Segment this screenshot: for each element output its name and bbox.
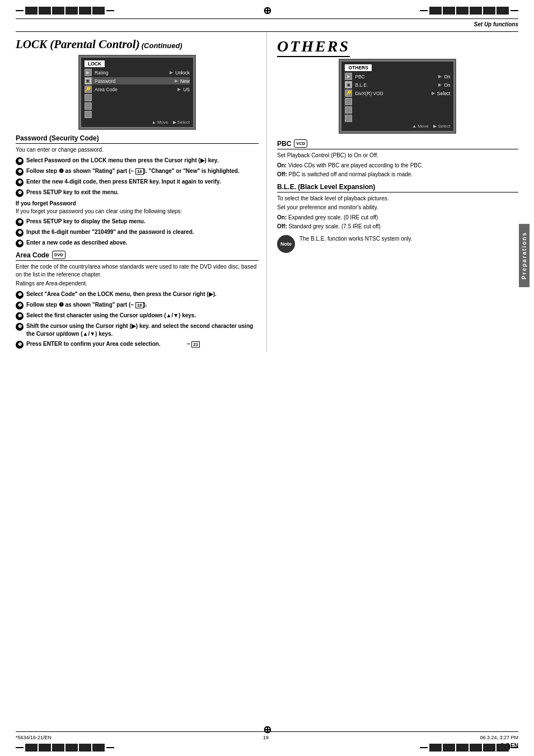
if-forget-section: If you forget Password If you forget you… [16, 200, 259, 247]
mark-sq [456, 7, 469, 15]
lock-arrow-areacode: ▶ [177, 87, 181, 92]
forget-step-3-text: Enter a new code as described above. [26, 239, 128, 247]
corner-mark-right [420, 10, 428, 11]
password-step-4-text: Press SETUP key to exit the menu. [26, 189, 119, 196]
top-marks-bar: ⊕ [0, 0, 534, 17]
area-num-3: ❸ [16, 312, 24, 320]
lock-screenshot-inner: LOCK ▶ Rating ▶ Unlock ▣ Password ▶ Ne [81, 58, 193, 127]
step-num-1: ❶ [16, 157, 24, 165]
area-num-1: ❶ [16, 291, 24, 299]
others-icon-6 [345, 115, 352, 122]
lock-row-password: ▣ Password ▶ New [85, 77, 190, 84]
others-row-divx: 🔑 DivX(R) VOD ▶ Select [345, 90, 450, 97]
others-icon-2: ▣ [345, 81, 352, 88]
area-num-2: ❷ [16, 302, 24, 309]
password-heading: Password (Security Code) [16, 134, 259, 144]
main-content: LOCK (Parental Control) (Continued) LOCK… [16, 32, 518, 352]
lock-label-password: Password [95, 78, 175, 84]
others-row-pbc: ▶ PBC ▶ On [345, 73, 450, 80]
pbc-title: PBC [277, 140, 291, 148]
area-code-badge: DVD [52, 251, 65, 259]
others-arrow-divx: ▶ [432, 91, 435, 96]
bml-sq [25, 744, 38, 752]
bml-sq [52, 744, 64, 752]
left-title-area: LOCK (Parental Control) (Continued) [16, 37, 259, 51]
ble-off: Off: Standard grey scale. (7.5 IRE cut o… [277, 223, 518, 231]
area-step-2-text: Follow step ❷ as shown "Rating" part (– … [26, 301, 147, 309]
password-step-1: ❶ Select Password on the LOCK menu then … [16, 157, 259, 165]
area-step-4-text: Shift the cursor using the Cursor right … [26, 322, 259, 338]
corner-mark-right2 [510, 10, 518, 11]
others-icon-5 [345, 106, 352, 114]
corner-mark-left2 [106, 10, 114, 11]
mark-sq [483, 7, 495, 15]
area-num-5: ❺ [16, 341, 24, 349]
others-arrow-pbc: ▶ [438, 74, 442, 79]
forget-step-1-text: Press SETUP key to display the Setup men… [26, 218, 146, 226]
crosshair-top: ⊕ [263, 4, 271, 17]
lock-screenshot-footer: ▲ Move ▶ Select [85, 120, 190, 125]
pbc-heading: PBC VCD [277, 139, 518, 149]
ble-intro2: Set your preference and monitor's abilit… [277, 204, 518, 212]
lock-value-password: New [180, 78, 190, 84]
lock-arrow-rating: ▶ [170, 70, 173, 75]
lock-row-6 [85, 111, 190, 118]
area-num-4: ❹ [16, 323, 24, 331]
others-row-ble: ▣ B.L.E. ▶ On [345, 81, 450, 88]
bmr-sq [496, 744, 509, 752]
area-step-3-text: Select the first character using the Cur… [26, 312, 196, 320]
area-step-1-text: Select "Area Code" on the LOCK menu, the… [26, 290, 217, 298]
ble-section: B.L.E. (Black Level Expansion) To select… [277, 183, 518, 253]
bmr-sq [429, 744, 442, 752]
forget-num-1: ❶ [16, 218, 24, 226]
bml-blocks [25, 744, 105, 752]
area-step-4: ❹ Shift the cursor using the Cursor righ… [16, 322, 259, 338]
lock-row-areacode: 🔑 Area Code ▶ US [85, 86, 190, 93]
pbc-off-text: PBC is switched off and normal playback … [289, 171, 413, 177]
ble-heading: B.L.E. (Black Level Expansion) [277, 183, 518, 192]
lock-screenshot-title: LOCK [85, 60, 105, 67]
top-marks-right [420, 7, 518, 15]
others-arrow-ble: ▶ [438, 82, 442, 87]
bottom-left-text: *5634/16-21/EN [16, 735, 51, 740]
bml-corner [16, 747, 24, 748]
others-row-4 [345, 98, 450, 105]
others-screenshot-container: OTHERS ▶ PBC ▶ On ▣ B.L.E. ▶ On [277, 59, 518, 134]
lock-label-rating: Rating [95, 70, 170, 76]
left-main-title: LOCK (Parental Control) [16, 37, 140, 51]
if-forget-steps: ❶ Press SETUP key to display the Setup m… [16, 218, 259, 247]
bottom-marks-right [420, 744, 518, 752]
area-code-heading: Area Code DVD [16, 251, 259, 261]
lock-arrow-password: ▶ [175, 78, 178, 83]
corner-mark-left [16, 10, 24, 11]
bml-sq [65, 744, 78, 752]
mark-blocks-right [429, 7, 509, 15]
right-main-title: OTHERS [277, 37, 350, 57]
ble-on: On: Expanded grey scale. (0 IRE cut off) [277, 214, 518, 222]
others-icon-1: ▶ [345, 73, 352, 80]
others-screenshot-title: OTHERS [345, 64, 371, 71]
forget-step-3: ❸ Enter a new code as described above. [16, 239, 259, 247]
lock-label-areacode: Area Code [95, 87, 177, 92]
password-step-2: ❷ Follow step ❷ as shown "Rating" part (… [16, 167, 259, 176]
bmr-sq [443, 744, 455, 752]
forget-step-2: ❷ Input the 6-digit number "210499" and … [16, 228, 259, 237]
bml-corner2 [106, 747, 114, 748]
bmr-corner [420, 747, 428, 748]
pbc-on-label: On: [277, 162, 287, 168]
ble-intro: To select the black level of playback pi… [277, 195, 518, 203]
bml-sq [79, 744, 91, 752]
pbc-section: PBC VCD Set Playback Control (PBC) to On… [277, 139, 518, 179]
if-forget-title: If you forget Password [16, 200, 259, 206]
others-screenshot: OTHERS ▶ PBC ▶ On ▣ B.L.E. ▶ On [339, 59, 456, 134]
area-step-1: ❶ Select "Area Code" on the LOCK menu, t… [16, 290, 259, 299]
password-intro: You can enter or change password. [16, 146, 259, 154]
lock-icon-speaker [85, 94, 92, 101]
pbc-off-label: Off: [277, 171, 287, 177]
note-text: The B.L.E. function works NTSC system on… [299, 235, 413, 243]
left-column: LOCK (Parental Control) (Continued) LOCK… [16, 32, 267, 352]
sidebar-tab: Preparations [519, 224, 530, 287]
lock-footer-select: ▶ Select [173, 120, 190, 125]
others-value-pbc: On [444, 74, 450, 79]
bottom-right-text: 06.3.24, 3:27 PM [480, 735, 518, 740]
